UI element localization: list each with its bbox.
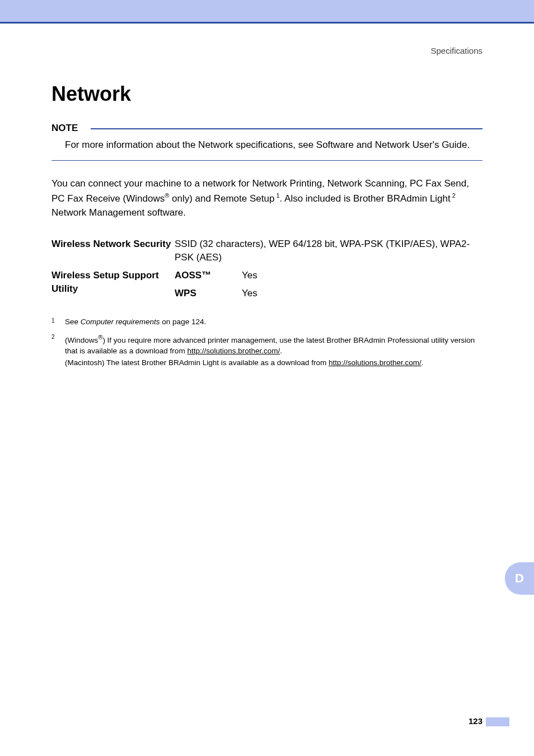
table-row: Wireless Setup Support Utility AOSS™ Yes [51,267,483,284]
page-number-accent [486,717,509,726]
spec-value-aoss: Yes [242,267,483,284]
page-number: 123 [469,716,483,726]
spec-value-wps: Yes [242,284,483,302]
page-content: Network NOTE For more information about … [0,55,534,368]
footnote-text: (Windows®) If you require more advanced … [65,333,483,368]
page-title: Network [51,82,483,106]
spec-table: Wireless Network Security SSID (32 chara… [51,235,483,302]
fn2-link1[interactable]: http://solutions.brother.com/ [187,347,280,355]
footnote-1: 1 See Computer requirements on page 124. [51,316,483,328]
note-label: NOTE [51,123,83,134]
spec-label-setup: Wireless Setup Support Utility [51,267,175,302]
fn1-italic: Computer requirements [81,318,160,326]
fn2-link2[interactable]: http://solutions.brother.com/ [329,358,421,367]
top-accent-bar [0,0,534,24]
fn2-part5: . [421,358,424,367]
footnote-2: 2 (Windows®) If you require more advance… [51,333,483,368]
spec-value-security: SSID (32 characters), WEP 64/128 bit, WP… [175,235,483,267]
intro-text-3: . Also included is Brother BRAdmin Light [280,193,451,203]
footnote-ref-2[interactable]: 2 [451,192,456,199]
spec-sublabel-aoss: AOSS™ [175,267,242,284]
note-block: NOTE For more information about the Netw… [51,123,483,161]
fn2-part3: . [280,347,282,355]
fn2-part1: (Windows [65,335,98,344]
header-section-label: Specifications [0,24,534,55]
chapter-tab[interactable]: D [505,562,534,595]
note-text: For more information about the Network s… [51,134,483,152]
intro-paragraph: You can connect your machine to a networ… [51,176,483,220]
footnote-number: 2 [51,333,65,368]
intro-text-4: Network Management software. [51,207,186,218]
table-row: Wireless Network Security SSID (32 chara… [51,235,483,267]
footnote-number: 1 [51,316,65,328]
intro-text-2: only) and Remote Setup [169,193,274,203]
fn2-part4: (Macintosh) The latest Brother BRAdmin L… [65,358,329,367]
fn1-suffix: on page 124. [160,318,207,326]
footnote-ref-1[interactable]: 1 [274,192,279,199]
spec-label-security: Wireless Network Security [51,235,175,267]
fn1-prefix: See [65,318,81,326]
note-divider-top [91,128,483,129]
note-divider-bottom [51,160,483,161]
footnote-text: See Computer requirements on page 124. [65,316,483,328]
spec-sublabel-wps: WPS [175,284,242,302]
footnotes: 1 See Computer requirements on page 124.… [51,316,483,368]
